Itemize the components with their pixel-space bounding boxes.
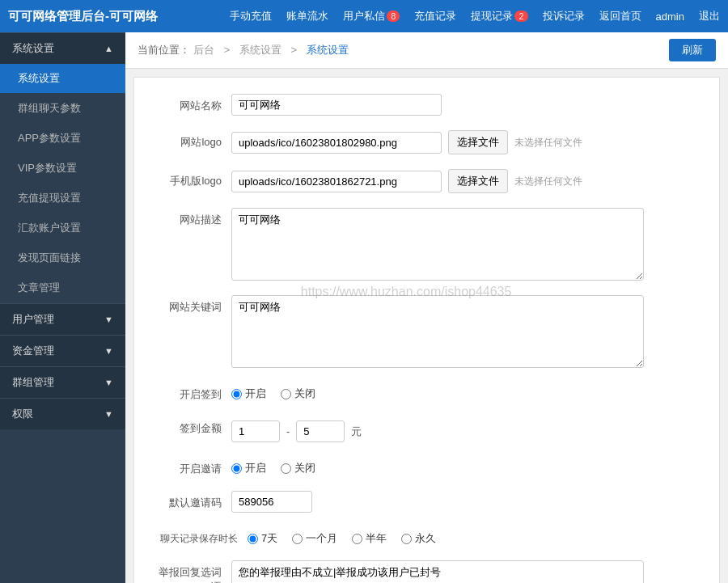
chat-save-row: 聊天记录保存时长 7天 一个月 半年 bbox=[150, 527, 703, 546]
nav-withdraw-record[interactable]: 提现记录2 bbox=[471, 9, 527, 23]
sidebar-section-users[interactable]: 用户管理 ▼ bbox=[0, 303, 125, 335]
default-invite-row: 默认邀请码 bbox=[150, 491, 703, 513]
sidebar-item-article-mgmt[interactable]: 文章管理 bbox=[0, 273, 125, 303]
sidebar-item-bank-account[interactable]: 汇款账户设置 bbox=[0, 213, 125, 243]
report-reply-label: 举报回复选词语 bbox=[150, 560, 231, 583]
mobile-logo-controls: 选择文件 未选择任何文件 bbox=[231, 169, 703, 193]
nav-admin[interactable]: admin bbox=[656, 11, 684, 23]
default-invite-label: 默认邀请码 bbox=[150, 491, 231, 510]
site-logo-input[interactable] bbox=[231, 132, 442, 154]
chat-save-controls: 7天 一个月 半年 永久 bbox=[248, 527, 703, 546]
refresh-button[interactable]: 刷新 bbox=[669, 39, 716, 61]
nav-logout[interactable]: 退出 bbox=[699, 9, 720, 23]
sidebar-section-system[interactable]: 系统设置 ▲ bbox=[0, 32, 125, 64]
chat-save-radio-group: 7天 一个月 半年 永久 bbox=[248, 527, 436, 546]
invite-controls: 开启 关闭 bbox=[231, 457, 703, 475]
chat-halfyear-label[interactable]: 半年 bbox=[352, 531, 387, 546]
sidebar-section-users-label: 用户管理 bbox=[12, 312, 54, 327]
chat-7days-label[interactable]: 7天 bbox=[248, 531, 277, 546]
sidebar-section-funds[interactable]: 资金管理 ▼ bbox=[0, 335, 125, 366]
sidebar-section-users-arrow: ▼ bbox=[104, 315, 113, 324]
checkin-max-input[interactable] bbox=[296, 420, 345, 442]
nav-user-message[interactable]: 用户私信8 bbox=[343, 9, 400, 23]
mobile-logo-file-button[interactable]: 选择文件 bbox=[448, 169, 508, 193]
nav-manual-recharge[interactable]: 手动充值 bbox=[230, 9, 272, 23]
mobile-logo-label: 手机版logo bbox=[150, 169, 231, 188]
checkin-dash: - bbox=[286, 425, 290, 437]
report-reply-textarea[interactable]: 您的举报理由不成立|举报成功该用户已封号 bbox=[231, 560, 644, 583]
checkin-amount-group: - 元 bbox=[231, 416, 362, 442]
site-desc-controls: 可可网络 bbox=[231, 208, 703, 281]
nav-complaint-record[interactable]: 投诉记录 bbox=[543, 9, 585, 23]
sidebar-item-app-params[interactable]: APP参数设置 bbox=[0, 124, 125, 154]
chat-7days-radio[interactable] bbox=[248, 534, 258, 544]
checkin-row: 开启签到 开启 关闭 bbox=[150, 382, 703, 402]
site-logo-file-button[interactable]: 选择文件 bbox=[448, 130, 508, 154]
nav-bill-flow[interactable]: 账单流水 bbox=[286, 9, 328, 23]
nav-withdraw-label: 提现记录 bbox=[471, 10, 513, 22]
breadcrumb: 当前位置：后台 > 系统设置 > 系统设置 bbox=[138, 43, 352, 57]
layout: 系统设置 ▲ 系统设置 群组聊天参数 APP参数设置 VIP参数设置 充值提现设… bbox=[0, 32, 728, 583]
invite-row: 开启邀请 开启 关闭 bbox=[150, 457, 703, 476]
site-keywords-controls: 可可网络 bbox=[231, 295, 703, 368]
sidebar-section-groups[interactable]: 群组管理 ▼ bbox=[0, 366, 125, 398]
checkin-open-radio[interactable] bbox=[231, 389, 242, 399]
breadcrumb-arrow2: > bbox=[290, 44, 299, 56]
sidebar-item-discover-links[interactable]: 发现页面链接 bbox=[0, 243, 125, 273]
site-name-input[interactable] bbox=[231, 94, 442, 116]
sidebar-item-recharge-settings[interactable]: 充值提现设置 bbox=[0, 184, 125, 213]
chat-1month-radio[interactable] bbox=[292, 534, 303, 544]
invite-open-radio[interactable] bbox=[231, 463, 242, 474]
checkin-min-input[interactable] bbox=[231, 420, 280, 442]
checkin-open-label[interactable]: 开启 bbox=[231, 387, 266, 401]
chat-forever-label[interactable]: 永久 bbox=[401, 531, 436, 546]
checkin-label: 开启签到 bbox=[150, 382, 231, 402]
checkin-close-label[interactable]: 关闭 bbox=[281, 387, 315, 401]
user-message-badge: 8 bbox=[387, 11, 400, 22]
invite-open-label[interactable]: 开启 bbox=[231, 461, 266, 475]
top-nav: 可可网络管理后台-可可网络 手动充值 账单流水 用户私信8 充值记录 提现记录2… bbox=[0, 0, 728, 32]
sidebar-item-vip-params[interactable]: VIP参数设置 bbox=[0, 154, 125, 184]
sidebar-section-system-label: 系统设置 bbox=[12, 41, 54, 56]
default-invite-input[interactable] bbox=[231, 491, 312, 513]
checkin-amount-row: 签到金额 - 元 bbox=[150, 416, 703, 442]
site-keywords-label: 网站关键词 bbox=[150, 295, 231, 315]
breadcrumb-arrow1: > bbox=[224, 44, 233, 56]
site-logo-label: 网站logo bbox=[150, 130, 231, 150]
checkin-amount-controls: - 元 bbox=[231, 416, 703, 442]
invite-close-label[interactable]: 关闭 bbox=[281, 461, 315, 475]
chat-7days-text: 7天 bbox=[261, 531, 277, 546]
site-desc-textarea[interactable]: 可可网络 bbox=[231, 208, 644, 281]
mobile-logo-file-hint: 未选择任何文件 bbox=[514, 175, 582, 188]
sidebar: 系统设置 ▲ 系统设置 群组聊天参数 APP参数设置 VIP参数设置 充值提现设… bbox=[0, 32, 125, 583]
site-title: 可可网络管理后台-可可网络 bbox=[8, 9, 230, 24]
chat-halfyear-radio[interactable] bbox=[352, 534, 362, 544]
breadcrumb-sep1: 后台 bbox=[193, 44, 214, 56]
sidebar-section-system-arrow: ▲ bbox=[104, 44, 113, 53]
withdraw-badge: 2 bbox=[514, 11, 527, 22]
chat-forever-radio[interactable] bbox=[401, 534, 412, 544]
chat-1month-label[interactable]: 一个月 bbox=[292, 531, 337, 546]
sidebar-item-system-settings[interactable]: 系统设置 bbox=[0, 64, 125, 94]
checkin-close-text: 关闭 bbox=[294, 387, 315, 401]
sidebar-section-groups-arrow: ▼ bbox=[104, 378, 113, 387]
chat-save-label: 聊天记录保存时长 bbox=[150, 527, 248, 546]
sidebar-section-permissions-label: 权限 bbox=[12, 407, 33, 421]
checkin-amount-label: 签到金额 bbox=[150, 416, 231, 436]
invite-radio-group: 开启 关闭 bbox=[231, 457, 315, 475]
nav-recharge-record[interactable]: 充值记录 bbox=[414, 9, 456, 23]
default-invite-controls bbox=[231, 491, 703, 513]
sidebar-section-permissions-arrow: ▼ bbox=[104, 409, 113, 419]
nav-home[interactable]: 返回首页 bbox=[599, 9, 641, 23]
site-keywords-textarea[interactable]: 可可网络 bbox=[231, 295, 644, 368]
sidebar-item-group-chat[interactable]: 群组聊天参数 bbox=[0, 94, 125, 124]
site-keywords-row: 网站关键词 可可网络 bbox=[150, 295, 703, 368]
checkin-close-radio[interactable] bbox=[281, 389, 291, 399]
invite-close-radio[interactable] bbox=[281, 463, 291, 474]
sidebar-section-groups-label: 群组管理 bbox=[12, 375, 54, 390]
site-logo-controls: 选择文件 未选择任何文件 bbox=[231, 130, 703, 154]
breadcrumb-current: 系统设置 bbox=[307, 44, 349, 56]
sidebar-section-permissions[interactable]: 权限 ▼ bbox=[0, 398, 125, 429]
mobile-logo-input[interactable] bbox=[231, 171, 442, 192]
checkin-open-text: 开启 bbox=[245, 387, 266, 401]
